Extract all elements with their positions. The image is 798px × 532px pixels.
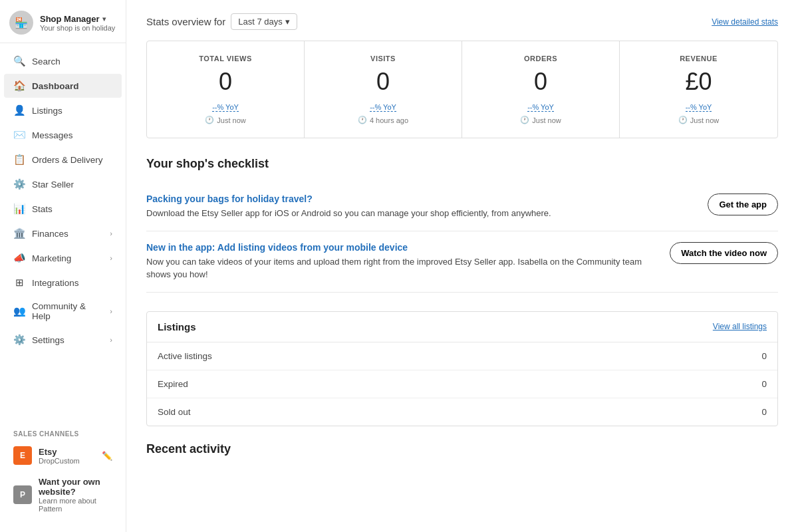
sidebar-item-label-marketing: Marketing bbox=[32, 253, 71, 263]
checklist-text-packing-bags: Packing your bags for holiday travel? Do… bbox=[146, 194, 697, 220]
stats-period-dropdown[interactable]: Last 7 days ▾ bbox=[231, 13, 297, 30]
marketing-icon: 📣 bbox=[13, 252, 25, 264]
checklist-text-new-in-app: New in the app: Add listing videos from … bbox=[146, 242, 659, 281]
listings-section: Listings View all listings Active listin… bbox=[146, 311, 778, 426]
recent-activity-title: Recent activity bbox=[146, 442, 778, 462]
stat-time-visits: 🕐 4 hours ago bbox=[315, 116, 451, 124]
checklist-btn-packing-bags[interactable]: Get the app bbox=[708, 194, 778, 215]
checklist-section: Your shop's checklist Packing your bags … bbox=[146, 157, 778, 293]
listing-row-value-active: 0 bbox=[761, 351, 767, 361]
checklist-item-packing-bags: Packing your bags for holiday travel? Do… bbox=[146, 183, 778, 231]
stat-card-orders: ORDERS 0 --% YoY 🕐 Just now bbox=[462, 41, 620, 138]
stat-time-total-views: 🕐 Just now bbox=[158, 116, 293, 124]
sidebar-header: 🏪 Shop Manager ▾ Your shop is on holiday bbox=[0, 0, 126, 43]
checklist-items: Packing your bags for holiday travel? Do… bbox=[146, 183, 778, 293]
checklist-item-desc-new-in-app: Now you can take videos of your items an… bbox=[146, 255, 659, 281]
listings-rows: Active listings 0 Expired 0 Sold out 0 bbox=[147, 342, 777, 426]
dropdown-arrow-icon: ▾ bbox=[285, 17, 290, 27]
stats-period-label: Last 7 days bbox=[238, 17, 283, 27]
listings-title: Listings bbox=[158, 321, 196, 332]
stat-value-total-views: 0 bbox=[158, 68, 293, 96]
stat-yoy-orders: --% YoY bbox=[527, 103, 554, 112]
stat-value-revenue: £0 bbox=[630, 68, 767, 96]
stat-card-visits: VISITS 0 --% YoY 🕐 4 hours ago bbox=[305, 41, 462, 138]
stat-label-total-views: TOTAL VIEWS bbox=[158, 55, 293, 63]
sidebar-item-integrations[interactable]: ⊞ Integrations bbox=[4, 271, 122, 295]
sidebar-item-star-seller[interactable]: ⚙️ Star Seller bbox=[4, 172, 122, 196]
channel-icon-etsy: E bbox=[13, 446, 32, 465]
stats-grid: TOTAL VIEWS 0 --% YoY 🕐 Just now VISITS … bbox=[146, 41, 778, 138]
stat-yoy-visits: --% YoY bbox=[370, 103, 396, 112]
channel-item-pattern: P Want your own website? Learn more abou… bbox=[4, 471, 122, 518]
community-icon: 👥 bbox=[13, 305, 25, 317]
stat-yoy-total-views: --% YoY bbox=[212, 103, 239, 112]
sales-channels-label: SALES CHANNELS bbox=[0, 422, 126, 440]
sidebar-item-finances[interactable]: 🏛️ Finances › bbox=[4, 221, 122, 245]
channel-name-etsy: Etsy bbox=[39, 447, 95, 457]
shop-manager-label: Shop Manager bbox=[40, 14, 100, 24]
main-content: Stats overview for Last 7 days ▾ View de… bbox=[126, 0, 798, 532]
stat-time-label-visits: 4 hours ago bbox=[370, 116, 408, 124]
sidebar-item-label-search: Search bbox=[32, 57, 61, 66]
stat-card-total-views: TOTAL VIEWS 0 --% YoY 🕐 Just now bbox=[147, 41, 305, 138]
stats-header: Stats overview for Last 7 days ▾ View de… bbox=[146, 13, 778, 30]
sidebar-item-settings[interactable]: ⚙️ Settings › bbox=[4, 328, 122, 352]
channel-icon-pattern: P bbox=[13, 485, 32, 504]
sidebar-item-label-community: Community & Help bbox=[32, 301, 103, 321]
chevron-icon-finances: › bbox=[110, 229, 112, 237]
stats-icon: 📊 bbox=[13, 203, 25, 215]
finances-icon: 🏛️ bbox=[13, 227, 25, 239]
listing-row-sold-out: Sold out 0 bbox=[147, 398, 777, 426]
stat-time-label-revenue: Just now bbox=[690, 116, 719, 124]
channel-info-etsy: Etsy DropCustom bbox=[39, 447, 95, 465]
view-detailed-stats-link[interactable]: View detailed stats bbox=[712, 17, 778, 27]
shop-manager-title[interactable]: Shop Manager ▾ bbox=[40, 14, 116, 24]
listing-row-label-sold-out: Sold out bbox=[158, 407, 191, 417]
sidebar-item-marketing[interactable]: 📣 Marketing › bbox=[4, 246, 122, 270]
sidebar-item-orders[interactable]: 📋 Orders & Delivery bbox=[4, 148, 122, 172]
listing-row-value-sold-out: 0 bbox=[761, 407, 767, 417]
dashboard-icon: 🏠 bbox=[13, 80, 25, 92]
channel-name-pattern: Want your own website? bbox=[39, 477, 112, 497]
sidebar-item-stats[interactable]: 📊 Stats bbox=[4, 197, 122, 221]
sidebar-item-label-stats: Stats bbox=[32, 204, 53, 214]
chevron-icon-marketing: › bbox=[110, 254, 112, 262]
sidebar-item-label-messages: Messages bbox=[32, 130, 73, 140]
sidebar-item-listings[interactable]: 👤 Listings bbox=[4, 98, 122, 122]
stat-time-orders: 🕐 Just now bbox=[473, 116, 608, 124]
sidebar-item-label-listings: Listings bbox=[32, 106, 63, 116]
sidebar-item-label-star-seller: Star Seller bbox=[32, 180, 74, 190]
sidebar-item-label-dashboard: Dashboard bbox=[32, 81, 79, 91]
sidebar-item-search[interactable]: 🔍 Search bbox=[4, 49, 122, 73]
sidebar-shop-info: Shop Manager ▾ Your shop is on holiday bbox=[40, 14, 116, 32]
channel-item-etsy: E Etsy DropCustom ✏️ bbox=[4, 441, 122, 470]
sidebar-item-dashboard[interactable]: 🏠 Dashboard bbox=[4, 74, 122, 98]
sidebar-item-community[interactable]: 👥 Community & Help › bbox=[4, 295, 122, 327]
checklist-title: Your shop's checklist bbox=[146, 157, 778, 171]
clock-icon-orders: 🕐 bbox=[520, 116, 529, 124]
listing-row-label-expired: Expired bbox=[158, 379, 188, 389]
checklist-item-title-new-in-app: New in the app: Add listing videos from … bbox=[146, 242, 659, 253]
channel-sub-etsy: DropCustom bbox=[39, 457, 95, 465]
sidebar-nav: 🔍 Search 🏠 Dashboard 👤 Listings ✉️ Messa… bbox=[0, 49, 126, 422]
shop-manager-arrow: ▾ bbox=[102, 15, 106, 23]
clock-icon-total-views: 🕐 bbox=[205, 116, 214, 124]
checklist-item-title-packing-bags: Packing your bags for holiday travel? bbox=[146, 194, 697, 204]
stat-label-revenue: REVENUE bbox=[630, 55, 767, 63]
view-all-listings-link[interactable]: View all listings bbox=[713, 322, 767, 331]
listing-row-value-expired: 0 bbox=[761, 379, 767, 389]
stat-time-revenue: 🕐 Just now bbox=[630, 116, 767, 124]
stat-time-label-orders: Just now bbox=[532, 116, 561, 124]
checklist-btn-new-in-app[interactable]: Watch the video now bbox=[670, 242, 778, 264]
sidebar-item-messages[interactable]: ✉️ Messages bbox=[4, 123, 122, 147]
clock-icon-revenue: 🕐 bbox=[678, 116, 688, 124]
stat-value-visits: 0 bbox=[315, 68, 451, 96]
stat-yoy-revenue: --% YoY bbox=[686, 103, 712, 112]
orders-icon: 📋 bbox=[13, 154, 25, 166]
sidebar-item-label-settings: Settings bbox=[32, 335, 65, 345]
shop-status: Your shop is on holiday bbox=[40, 24, 116, 32]
stat-value-orders: 0 bbox=[473, 68, 608, 96]
messages-icon: ✉️ bbox=[13, 129, 25, 141]
channel-edit-etsy[interactable]: ✏️ bbox=[102, 451, 112, 461]
stat-card-revenue: REVENUE £0 --% YoY 🕐 Just now bbox=[620, 41, 777, 138]
